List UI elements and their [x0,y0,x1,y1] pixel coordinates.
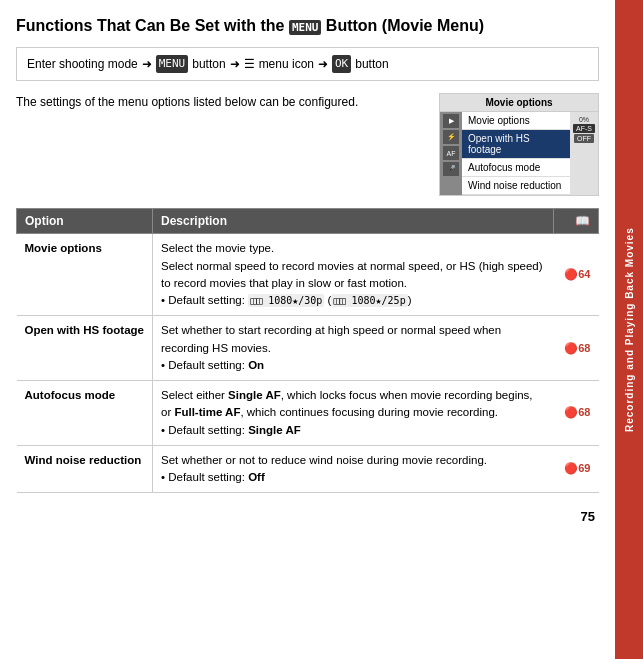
menu-row-movie-options: Movie options [462,112,570,130]
instruction-menu: MENU [156,55,189,74]
option-hs-footage: Open with HS footage [17,316,153,381]
intro-text: The settings of the menu options listed … [16,93,429,196]
desc-wind-noise: Set whether or not to reduce wind noise … [152,445,553,493]
menu-row-wind: Wind noise reduction [462,177,570,195]
single-af-label: Single AF [228,389,281,401]
menu-icon-wind: 🎤 [443,162,459,176]
pageref-movie-options: 🔴64 [554,234,599,316]
desc-movie-options: Select the movie type. Select normal spe… [152,234,553,316]
instruction-ok: OK [332,55,351,74]
full-time-af-label: Full-time AF [174,406,240,418]
desc-hs-footage: Set whether to start recording at high s… [152,316,553,381]
default-off: Off [248,471,265,483]
sidebar-label: Recording and Playing Back Movies [624,227,635,432]
main-content: Functions That Can Be Set with the MENU … [0,0,615,659]
table-header-row: Option Description 📖 [17,209,599,234]
title-prefix: Functions That Can Be Set with the [16,17,289,34]
menu-icon-movie: ▶ [443,114,459,128]
menu-icon-af: AF [443,146,459,160]
desc-autofocus: Select either Single AF, which locks foc… [152,381,553,446]
table-row: Open with HS footage Set whether to star… [17,316,599,381]
indicator-percent: 0% [579,116,589,123]
option-movie-options: Movie options [17,234,153,316]
indicator-off: OFF [574,134,594,143]
instruction-enter: Enter shooting mode [27,55,138,73]
option-autofocus: Autofocus mode [17,381,153,446]
arrow-1: ➜ [142,55,152,73]
instruction-icon: ☰ [244,55,255,73]
default-on: On [248,359,264,371]
default-1080-25: ◫◫ 1080★/25p [331,294,407,307]
indicator-af: AF-S [573,124,595,133]
arrow-3: ➜ [318,55,328,73]
default-single-af: Single AF [248,424,301,436]
option-wind-noise: Wind noise reduction [17,445,153,493]
menu-icon-hs: ⚡ [443,130,459,144]
menu-screenshot-body: ▶ ⚡ AF 🎤 Movie options Open with HS foot… [440,112,598,195]
menu-screenshot-right: 0% AF-S OFF [570,112,598,195]
menu-symbol: MENU [289,20,322,35]
col-description-header: Description [152,209,553,234]
menu-screenshot-icons: ▶ ⚡ AF 🎤 [440,112,462,195]
menu-screenshot-items: Movie options Open with HS footage Autof… [462,112,570,195]
page-number: 75 [16,509,599,524]
instruction-menu-icon: menu icon [259,55,314,73]
title-suffix: Button (Movie Menu) [321,17,484,34]
pageref-wind-noise: 🔴69 [554,445,599,493]
sidebar-right: Recording and Playing Back Movies [615,0,643,659]
pageref-hs-footage: 🔴68 [554,316,599,381]
menu-screenshot: Movie options ▶ ⚡ AF 🎤 Movie options Ope… [439,93,599,196]
default-1080: ◫◫ 1080★/30p [248,294,324,307]
table-row: Autofocus mode Select either Single AF, … [17,381,599,446]
menu-right-indicators: 0% AF-S OFF [573,116,595,143]
menu-screenshot-header: Movie options [440,94,598,112]
menu-row-autofocus: Autofocus mode [462,159,570,177]
pageref-autofocus: 🔴68 [554,381,599,446]
intro-section: The settings of the menu options listed … [16,93,599,196]
instruction-button: button [192,55,225,73]
arrow-2: ➜ [230,55,240,73]
col-book-header: 📖 [554,209,599,234]
instruction-button2: button [355,55,388,73]
col-option-header: Option [17,209,153,234]
instruction-box: Enter shooting mode ➜ MENU button ➜ ☰ me… [16,47,599,82]
table-row: Wind noise reduction Set whether or not … [17,445,599,493]
options-table: Option Description 📖 Movie options Selec… [16,208,599,493]
menu-row-hs-footage: Open with HS footage [462,130,570,159]
table-row: Movie options Select the movie type. Sel… [17,234,599,316]
page-title: Functions That Can Be Set with the MENU … [16,16,599,37]
